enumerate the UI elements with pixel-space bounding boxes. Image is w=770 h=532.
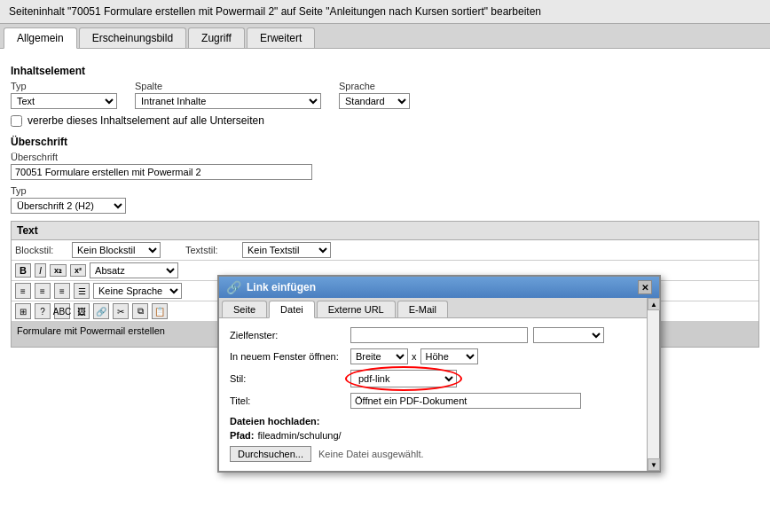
image-icon[interactable]: 🖼 [74,303,90,319]
link-dialog-title-content: 🔗 Link einfügen [226,280,316,294]
fenster-size-row: Breite x Höhe [350,348,478,364]
ueberschrift-typ-label: Typ [11,185,759,196]
upload-row: Durchsuchen... Keine Datei ausgewählt. [230,446,648,462]
ueberschrift-group: Überschrift [11,152,759,180]
tab-erweitert[interactable]: Erweitert [247,27,315,48]
copy-icon[interactable]: ⧉ [132,303,148,319]
dateien-section-label: Dateien hochladen: [230,416,648,426]
tab-allgemein[interactable]: Allgemein [4,27,77,49]
scroll-track [648,310,659,458]
scroll-up-button[interactable]: ▲ [648,298,660,310]
spalte-group: Spalte Intranet Inhalte [135,81,321,109]
inhaltselement-section-title: Inhaltselement [11,65,759,77]
link-dialog-body: Zielfenster: In neuem Fenster öffnen: Br… [219,318,659,471]
tab-erscheinungsbild[interactable]: Erscheinungsbild [79,27,186,48]
ueberschrift-typ-select[interactable]: Überschrift 2 (H2) [11,198,126,214]
sprache-group: Sprache Standard [339,81,410,109]
pfad-value: fileadmin/schulung/ [258,430,342,441]
align-left-icon[interactable]: ≡ [15,283,31,299]
toolbar-row-1: Blockstil: Kein Blockstil Textstil: Kein… [12,240,758,261]
titel-label: Titel: [230,395,345,406]
browse-button[interactable]: Durchsuchen... [230,446,311,462]
typ-group: Typ Text [11,81,117,109]
cut-icon[interactable]: ✂ [113,303,129,319]
spellcheck-icon[interactable]: ABC [54,303,70,319]
text-content: Formulare mit Powermail erstellen [17,325,165,336]
textstil-select[interactable]: Kein Textstil [242,242,331,258]
tab-bar: Allgemein Erscheinungsbild Zugriff Erwei… [0,24,770,49]
header-title: Seiteninhalt "70051 Formulare erstellen … [9,5,541,18]
sprache-select[interactable]: Standard [339,93,410,109]
no-file-label: Keine Datei ausgewählt. [318,449,424,459]
titel-input[interactable] [350,393,581,409]
stil-row: Stil: pdf-link [230,370,648,387]
tab-zugriff[interactable]: Zugriff [188,27,245,48]
typ-select[interactable]: Text [11,93,117,109]
zielfenster-label: Zielfenster: [230,330,345,340]
link-tab-email[interactable]: E-Mail [397,301,448,317]
bold-button[interactable]: B [15,263,31,278]
typ-label: Typ [11,81,117,91]
list-icon[interactable]: ☰ [74,283,90,299]
absatz-select[interactable]: Absatz [90,262,178,278]
italic-button[interactable]: I [35,263,46,278]
link-icon[interactable]: 🔗 [93,303,109,319]
subscript-button[interactable]: x₂ [50,264,67,277]
stil-select[interactable]: pdf-link [350,370,457,387]
align-right-icon[interactable]: ≡ [54,283,70,299]
scroll-down-button[interactable]: ▼ [648,458,660,471]
ueberschrift-typ-group: Typ Überschrift 2 (H2) [11,185,759,214]
paste-icon[interactable]: 📋 [152,303,168,319]
link-icon-dialog: 🔗 [226,280,241,294]
pdf-link-container: pdf-link [350,370,457,387]
stil-label: Stil: [230,373,345,384]
link-dialog-close-button[interactable]: ✕ [638,280,652,294]
breite-select[interactable]: Breite [350,348,408,364]
link-dialog-title-bar: 🔗 Link einfügen ✕ [219,277,659,298]
neue-fenster-label: In neuem Fenster öffnen: [230,351,345,362]
textstil-label: Textstil: [185,245,239,255]
table-icon[interactable]: ⊞ [15,303,31,319]
x-label: x [412,351,417,362]
page-header: Seiteninhalt "70051 Formulare erstellen … [0,0,770,24]
hoehe-select[interactable]: Höhe [420,348,478,364]
blockstil-label: Blockstil: [15,245,68,255]
zielfenster-select[interactable] [533,327,604,343]
ueberschrift-input[interactable] [11,164,312,180]
titel-row: Titel: [230,393,648,409]
sprache-toolbar-select[interactable]: Keine Sprache [93,283,182,299]
align-center-icon[interactable]: ≡ [35,283,51,299]
dialog-scrollbar[interactable]: ▲ ▼ [647,298,659,471]
help-icon[interactable]: ? [35,303,51,319]
text-section-header: Text [12,222,758,240]
link-tab-datei[interactable]: Datei [269,301,315,318]
link-tab-externe-url[interactable]: Externe URL [317,301,396,317]
inherit-row: vererbe dieses Inhaltselement auf alle U… [11,114,759,127]
ueberschrift-section-title: Überschrift [11,136,759,148]
link-dialog-tab-bar: Seite Datei Externe URL E-Mail [219,298,659,318]
spalte-label: Spalte [135,81,321,91]
inherit-label: vererbe dieses Inhaltselement auf alle U… [28,114,264,127]
neue-fenster-row: In neuem Fenster öffnen: Breite x Höhe [230,348,648,364]
link-dialog: 🔗 Link einfügen ✕ Seite Datei Externe UR… [217,275,661,473]
zielfenster-input[interactable] [350,327,528,343]
spalte-select[interactable]: Intranet Inhalte [135,93,321,109]
inhaltselement-form-row: Typ Text Spalte Intranet Inhalte Sprache… [11,81,759,109]
sprache-label: Sprache [339,81,410,91]
link-dialog-title-text: Link einfügen [247,281,316,293]
ueberschrift-label: Überschrift [11,152,759,162]
pfad-label: Pfad: [230,430,255,441]
blockstil-select[interactable]: Kein Blockstil [72,242,161,258]
pfad-row: Pfad: fileadmin/schulung/ [230,430,648,441]
inherit-checkbox[interactable] [11,115,22,127]
superscript-button[interactable]: x² [70,264,86,277]
zielfenster-row: Zielfenster: [230,327,648,343]
link-tab-seite[interactable]: Seite [222,301,267,317]
